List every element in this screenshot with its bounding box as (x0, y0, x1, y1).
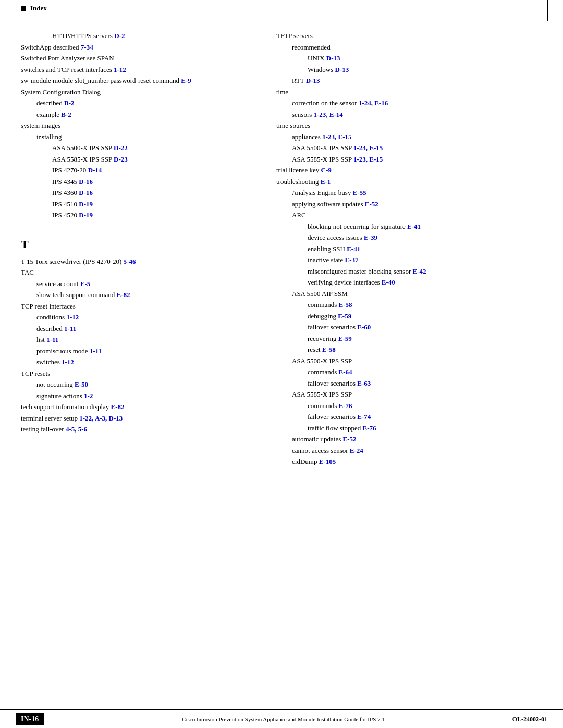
entry-link[interactable]: E-5 (80, 280, 91, 288)
entry-link[interactable]: D-14 (88, 166, 102, 174)
entry-link[interactable]: D-13 (306, 77, 320, 84)
list-item: UNIX D-13 (276, 53, 542, 64)
list-item: not occurring E-50 (21, 379, 255, 390)
list-item: recovering E-59 (276, 334, 542, 344)
entry-text: service account E-5 (21, 280, 90, 288)
page-number: IN-16 (16, 713, 44, 725)
list-item: sensors 1-23, E-14 (276, 109, 542, 120)
entry-link[interactable]: 1-2 (84, 392, 93, 400)
entry-link[interactable]: 1-11 (90, 347, 102, 355)
entry-link[interactable]: E-41 (407, 223, 421, 230)
list-item: failover scenarios E-60 (276, 322, 542, 332)
section-divider (21, 229, 255, 229)
entry-link[interactable]: E-76 (339, 402, 352, 410)
entry-link[interactable]: E-24 (350, 447, 363, 454)
entry-link[interactable]: E-52 (342, 435, 356, 443)
list-item: example B-2 (21, 109, 255, 120)
entry-link[interactable]: E-74 (357, 413, 371, 421)
entry-link[interactable]: E-41 (347, 245, 360, 253)
entry-link[interactable]: D-16 (79, 189, 93, 196)
entry-link[interactable]: 1-11 (64, 325, 76, 332)
entry-text: example B-2 (21, 110, 71, 118)
entry-link[interactable]: E-58 (322, 346, 336, 353)
entry-link[interactable]: 1-12 (62, 358, 74, 366)
entry-link[interactable]: E-64 (339, 368, 352, 376)
entry-link[interactable]: E-59 (338, 312, 351, 320)
entry-link[interactable]: D-2 (114, 32, 125, 40)
entry-link[interactable]: D-22 (114, 144, 128, 152)
entry-link[interactable]: E-63 (357, 379, 371, 387)
entry-link[interactable]: E-76 (363, 424, 376, 432)
entry-link[interactable]: E-82 (116, 291, 130, 299)
entry-link[interactable]: E-50 (75, 380, 88, 388)
entry-text: terminal server setup 1-22, A-3, D-13 (21, 414, 123, 422)
entry-link[interactable]: 1-23, E-15 (353, 144, 383, 152)
entry-text: SwitchApp described 7-34 (21, 43, 93, 51)
entry-link[interactable]: E-42 (412, 267, 426, 275)
entry-text: appliances 1-23, E-15 (276, 133, 351, 141)
list-item: ASA 5585-X IPS SSP 1-23, E-15 (276, 154, 542, 165)
entry-link[interactable]: E-40 (382, 278, 395, 286)
entry-link[interactable]: D-13 (326, 54, 340, 62)
entry-link[interactable]: 1-11 (46, 336, 58, 343)
entry-link[interactable]: 1-23, E-15 (322, 133, 351, 141)
entry-text: signature actions 1-2 (21, 392, 93, 400)
entry-link[interactable]: C-9 (321, 166, 332, 174)
entry-link[interactable]: 4-5, 5-6 (66, 425, 87, 433)
entry-link[interactable]: E-82 (111, 403, 125, 411)
entry-link[interactable]: E-37 (345, 256, 358, 264)
content-area: HTTP/HTTPS servers D-2 SwitchApp describ… (0, 15, 563, 499)
list-item: IPS 4270-20 D-14 (21, 165, 255, 176)
right-column: TFTP servers recommended UNIX D-13 Windo… (271, 31, 542, 468)
entry-link[interactable]: E-58 (339, 301, 352, 309)
left-column: HTTP/HTTPS servers D-2 SwitchApp describ… (21, 31, 271, 468)
list-item: cidDump E-105 (276, 456, 542, 467)
entry-text: IPS 4345 D-16 (21, 178, 93, 186)
entry-link[interactable]: E-60 (357, 323, 371, 331)
list-item: verifying device interfaces E-40 (276, 277, 542, 288)
entry-link[interactable]: B-2 (64, 99, 75, 107)
list-item: SwitchApp described 7-34 (21, 42, 255, 53)
entry-link[interactable]: E-52 (365, 200, 378, 208)
entry-link[interactable]: E-1 (321, 178, 331, 186)
entry-link[interactable]: 1-12 (114, 66, 126, 73)
entry-link[interactable]: B-2 (61, 110, 71, 118)
entry-text: cidDump E-105 (276, 458, 336, 465)
entry-link[interactable]: 1-23, E-15 (353, 155, 383, 163)
list-item: ASA 5500-X IPS SSP 1-23, E-15 (276, 143, 542, 153)
entry-text: promiscuous mode 1-11 (21, 347, 102, 355)
list-item: service account E-5 (21, 279, 255, 289)
entry-link[interactable]: D-19 (79, 211, 93, 219)
entry-link[interactable]: E-55 (353, 189, 366, 196)
entry-link[interactable]: E-9 (181, 77, 191, 84)
list-item: IPS 4510 D-19 (21, 199, 255, 209)
entry-link[interactable]: D-19 (79, 200, 93, 208)
entry-text: enabling SSH E-41 (276, 245, 360, 253)
list-item: sw-module module slot_number password-re… (21, 76, 255, 86)
entry-link[interactable]: D-23 (114, 155, 128, 163)
entry-text: show tech-support command E-82 (21, 291, 130, 299)
entry-link[interactable]: E-39 (364, 233, 377, 241)
entry-text: switches 1-12 (21, 358, 74, 366)
entry-link[interactable]: 1-23, E-14 (314, 110, 343, 118)
entry-link[interactable]: 5-46 (124, 257, 136, 265)
entry-link[interactable]: 1-22, A-3, D-13 (79, 414, 123, 422)
list-item: TFTP servers (276, 31, 542, 41)
entry-link[interactable]: E-105 (319, 458, 336, 465)
list-item: correction on the sensor 1-24, E-16 (276, 98, 542, 108)
list-item: described B-2 (21, 98, 255, 108)
list-item: commands E-64 (276, 367, 542, 377)
entry-link[interactable]: 7-34 (81, 43, 93, 51)
entry-link[interactable]: D-13 (335, 66, 349, 73)
list-item: IPS 4520 D-19 (21, 210, 255, 220)
entry-text: IPS 4520 D-19 (21, 211, 93, 219)
entry-link[interactable]: E-59 (338, 335, 352, 342)
list-item: device access issues E-39 (276, 232, 542, 243)
entry-text: conditions 1-12 (21, 313, 79, 321)
entry-text: sensors 1-23, E-14 (276, 110, 343, 118)
entry-text: TCP resets (21, 369, 50, 377)
entry-link[interactable]: 1-24, E-16 (359, 99, 388, 107)
entry-link[interactable]: D-16 (79, 178, 93, 186)
entry-link[interactable]: 1-12 (66, 313, 79, 321)
entry-text: trial license key C-9 (276, 166, 332, 174)
